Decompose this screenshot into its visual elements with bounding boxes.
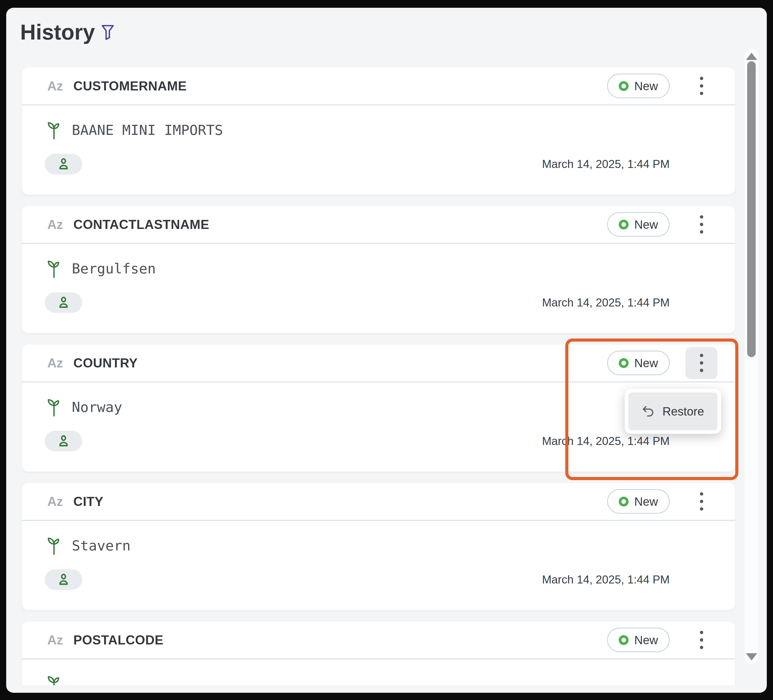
kebab-dot: [700, 230, 703, 234]
person-icon: [56, 157, 71, 171]
text-type-icon: Az: [47, 632, 63, 647]
person-icon: [56, 572, 71, 587]
status-ring-icon: [619, 497, 628, 506]
timestamp: March 14, 2025, 1:44 PM: [542, 154, 669, 175]
scrollbar-thumb[interactable]: [747, 61, 756, 357]
timestamp: March 14, 2025, 1:44 PM: [542, 431, 669, 451]
value-row: Stavern: [45, 536, 131, 555]
kebab-dot: [700, 507, 703, 511]
card-header: Az CONTACTLASTNAME New: [22, 206, 735, 244]
more-options-button[interactable]: [686, 209, 717, 240]
status-label: New: [634, 356, 658, 370]
text-type-icon: Az: [47, 356, 63, 371]
kebab-dot: [700, 638, 703, 642]
undo-icon: [642, 405, 655, 418]
kebab-dot: [700, 223, 703, 226]
user-avatar: [45, 154, 82, 175]
scroll-down-arrow[interactable]: [746, 653, 757, 660]
value-row: Norway: [45, 397, 122, 417]
kebab-dot: [700, 646, 703, 649]
user-avatar: [45, 569, 82, 590]
kebab-dot: [700, 354, 703, 357]
card-header: Az COUNTRY New: [22, 344, 735, 382]
history-card: Az CONTACTLASTNAME New Bergulfsen: [22, 206, 735, 333]
restore-label: Restore: [663, 404, 704, 418]
history-card: Az POSTALCODE New: [22, 621, 735, 685]
filter-icon[interactable]: [101, 24, 115, 41]
value-row: [45, 674, 72, 685]
sprout-icon: [45, 536, 63, 555]
sprout-icon: [45, 120, 63, 140]
status-label: New: [634, 217, 658, 232]
kebab-dot: [700, 361, 703, 365]
card-header: Az CITY New: [22, 483, 735, 521]
kebab-dot: [700, 500, 703, 503]
field-name: CUSTOMERNAME: [73, 79, 186, 94]
restore-menu-item[interactable]: Restore: [628, 392, 717, 430]
user-avatar: [45, 292, 82, 313]
more-options-button[interactable]: [686, 70, 717, 102]
person-icon: [56, 295, 71, 310]
kebab-dot: [700, 215, 703, 219]
text-type-icon: Az: [47, 79, 63, 94]
status-label: New: [634, 494, 658, 509]
status-badge: New: [607, 351, 669, 375]
more-options-button[interactable]: [686, 486, 717, 517]
sprout-icon: [45, 674, 63, 685]
field-value: Bergulfsen: [72, 260, 156, 277]
field-name: POSTALCODE: [73, 632, 164, 647]
status-badge: New: [607, 74, 669, 98]
timestamp: March 14, 2025, 1:44 PM: [542, 569, 669, 590]
status-ring-icon: [619, 635, 628, 645]
value-row: BAANE MINI IMPORTS: [45, 120, 223, 140]
status-ring-icon: [619, 358, 628, 368]
value-row: Bergulfsen: [45, 259, 156, 278]
status-badge: New: [607, 628, 669, 652]
user-avatar: [45, 431, 82, 451]
more-options-button[interactable]: [686, 347, 717, 379]
status-ring-icon: [619, 81, 628, 91]
status-label: New: [634, 79, 658, 93]
status-badge: New: [607, 489, 669, 514]
status-ring-icon: [619, 220, 628, 229]
kebab-dot: [700, 92, 703, 95]
field-value: Stavern: [72, 537, 131, 554]
status-badge: New: [607, 212, 669, 237]
field-name: CONTACTLASTNAME: [73, 217, 209, 232]
card-header: Az CUSTOMERNAME New: [22, 68, 735, 105]
kebab-dot: [700, 631, 703, 634]
kebab-dot: [700, 77, 703, 80]
field-name: CITY: [73, 494, 104, 509]
text-type-icon: Az: [47, 217, 63, 232]
context-menu: Restore: [625, 389, 721, 434]
person-icon: [56, 434, 71, 448]
screenshot-frame: History Az CUSTOMERNAME New BA: [0, 0, 773, 700]
field-name: COUNTRY: [73, 356, 138, 371]
history-list: Az CUSTOMERNAME New BAANE MINI IMPORTS: [0, 62, 773, 685]
status-label: New: [634, 633, 658, 647]
scrollbar-track[interactable]: [745, 49, 758, 664]
kebab-dot: [700, 84, 703, 87]
history-card: Az CUSTOMERNAME New BAANE MINI IMPORTS: [22, 68, 735, 194]
scroll-up-arrow[interactable]: [746, 53, 757, 60]
more-options-button[interactable]: [686, 624, 717, 656]
field-value: Norway: [72, 399, 122, 415]
timestamp: March 14, 2025, 1:44 PM: [542, 292, 669, 313]
sprout-icon: [45, 397, 63, 417]
sprout-icon: [45, 259, 63, 278]
kebab-dot: [700, 492, 703, 496]
field-value: BAANE MINI IMPORTS: [72, 122, 223, 138]
kebab-dot: [700, 369, 703, 372]
text-type-icon: Az: [47, 494, 63, 509]
history-card: Az CITY New Stavern: [22, 483, 735, 610]
card-header: Az POSTALCODE New: [22, 621, 735, 659]
page-title: History: [20, 21, 95, 43]
history-card: Az COUNTRY New Norway: [22, 344, 735, 471]
